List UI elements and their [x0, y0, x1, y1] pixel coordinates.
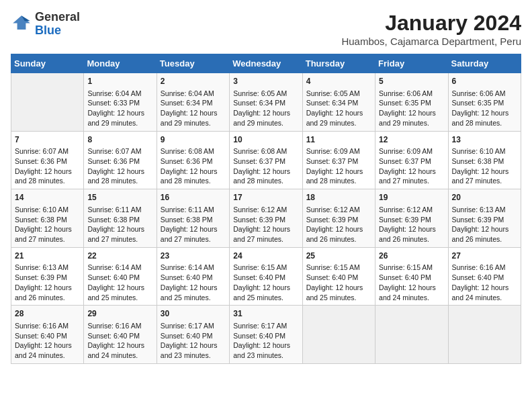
calendar-cell: 28Sunrise: 6:16 AM Sunset: 6:40 PM Dayli…: [11, 306, 84, 364]
day-number: 31: [233, 308, 298, 320]
day-info: Sunrise: 6:10 AM Sunset: 6:38 PM Dayligh…: [452, 146, 517, 186]
calendar-cell: 11Sunrise: 6:09 AM Sunset: 6:37 PM Dayli…: [302, 131, 375, 189]
day-info: Sunrise: 6:04 AM Sunset: 6:33 PM Dayligh…: [87, 89, 152, 128]
day-info: Sunrise: 6:15 AM Sunset: 6:40 PM Dayligh…: [306, 263, 371, 302]
col-header-monday: Monday: [84, 54, 157, 73]
calendar-cell: 14Sunrise: 6:10 AM Sunset: 6:38 PM Dayli…: [11, 189, 84, 248]
calendar-cell: 18Sunrise: 6:12 AM Sunset: 6:39 PM Dayli…: [302, 189, 375, 248]
calendar-week-row: 1Sunrise: 6:04 AM Sunset: 6:33 PM Daylig…: [11, 73, 521, 132]
calendar-cell: 9Sunrise: 6:08 AM Sunset: 6:36 PM Daylig…: [157, 131, 229, 189]
page-header: General Blue January 2024 Huambos, Cajam…: [11, 11, 521, 47]
day-number: 25: [306, 250, 371, 262]
col-header-thursday: Thursday: [302, 54, 375, 73]
day-number: 11: [306, 134, 371, 146]
calendar-cell: 13Sunrise: 6:10 AM Sunset: 6:38 PM Dayli…: [448, 131, 521, 189]
calendar-week-row: 14Sunrise: 6:10 AM Sunset: 6:38 PM Dayli…: [11, 189, 521, 248]
day-number: 5: [379, 76, 444, 87]
logo-blue: Blue: [35, 24, 80, 38]
day-info: Sunrise: 6:09 AM Sunset: 6:37 PM Dayligh…: [379, 146, 444, 186]
day-info: Sunrise: 6:05 AM Sunset: 6:34 PM Dayligh…: [233, 89, 298, 128]
day-info: Sunrise: 6:15 AM Sunset: 6:40 PM Dayligh…: [379, 263, 444, 302]
day-info: Sunrise: 6:14 AM Sunset: 6:40 PM Dayligh…: [161, 263, 226, 302]
calendar-cell: [448, 306, 521, 364]
day-info: Sunrise: 6:16 AM Sunset: 6:40 PM Dayligh…: [15, 321, 80, 361]
day-number: 12: [379, 134, 444, 146]
calendar-cell: 8Sunrise: 6:07 AM Sunset: 6:36 PM Daylig…: [84, 131, 157, 189]
calendar-cell: 27Sunrise: 6:16 AM Sunset: 6:40 PM Dayli…: [448, 247, 521, 306]
col-header-friday: Friday: [375, 54, 448, 73]
calendar-week-row: 7Sunrise: 6:07 AM Sunset: 6:36 PM Daylig…: [11, 131, 521, 189]
day-number: 18: [306, 192, 371, 203]
title-block: January 2024 Huambos, Cajamarca Departme…: [341, 11, 521, 47]
calendar-cell: 1Sunrise: 6:04 AM Sunset: 6:33 PM Daylig…: [84, 73, 157, 132]
day-number: 24: [233, 250, 298, 262]
calendar-cell: 16Sunrise: 6:11 AM Sunset: 6:38 PM Dayli…: [157, 189, 229, 248]
location-subtitle: Huambos, Cajamarca Department, Peru: [341, 36, 521, 47]
col-header-tuesday: Tuesday: [157, 54, 229, 73]
calendar-cell: 3Sunrise: 6:05 AM Sunset: 6:34 PM Daylig…: [230, 73, 302, 132]
day-info: Sunrise: 6:15 AM Sunset: 6:40 PM Dayligh…: [233, 263, 298, 302]
logo-bird-icon: [11, 13, 32, 35]
calendar-cell: 2Sunrise: 6:04 AM Sunset: 6:34 PM Daylig…: [157, 73, 229, 132]
day-info: Sunrise: 6:12 AM Sunset: 6:39 PM Dayligh…: [306, 205, 371, 244]
col-header-wednesday: Wednesday: [230, 54, 302, 73]
day-info: Sunrise: 6:16 AM Sunset: 6:40 PM Dayligh…: [87, 321, 152, 361]
calendar-cell: 29Sunrise: 6:16 AM Sunset: 6:40 PM Dayli…: [84, 306, 157, 364]
day-info: Sunrise: 6:12 AM Sunset: 6:39 PM Dayligh…: [233, 205, 298, 244]
calendar-cell: 15Sunrise: 6:11 AM Sunset: 6:38 PM Dayli…: [84, 189, 157, 248]
day-number: 17: [233, 192, 298, 203]
day-number: 7: [15, 134, 80, 146]
day-info: Sunrise: 6:05 AM Sunset: 6:34 PM Dayligh…: [306, 89, 371, 128]
day-number: 2: [161, 76, 226, 87]
day-info: Sunrise: 6:17 AM Sunset: 6:40 PM Dayligh…: [233, 321, 298, 361]
calendar-cell: 23Sunrise: 6:14 AM Sunset: 6:40 PM Dayli…: [157, 247, 229, 306]
calendar-cell: 30Sunrise: 6:17 AM Sunset: 6:40 PM Dayli…: [157, 306, 229, 364]
calendar-cell: 26Sunrise: 6:15 AM Sunset: 6:40 PM Dayli…: [375, 247, 448, 306]
calendar-cell: 31Sunrise: 6:17 AM Sunset: 6:40 PM Dayli…: [230, 306, 302, 364]
day-number: 9: [161, 134, 226, 146]
day-number: 22: [87, 250, 152, 262]
day-number: 14: [15, 192, 80, 203]
day-info: Sunrise: 6:12 AM Sunset: 6:39 PM Dayligh…: [379, 205, 444, 244]
calendar-cell: 12Sunrise: 6:09 AM Sunset: 6:37 PM Dayli…: [375, 131, 448, 189]
day-number: 19: [379, 192, 444, 203]
day-info: Sunrise: 6:06 AM Sunset: 6:35 PM Dayligh…: [379, 89, 444, 128]
day-info: Sunrise: 6:09 AM Sunset: 6:37 PM Dayligh…: [306, 146, 371, 186]
calendar-cell: 6Sunrise: 6:06 AM Sunset: 6:35 PM Daylig…: [448, 73, 521, 132]
day-number: 1: [87, 76, 152, 87]
calendar-table: SundayMondayTuesdayWednesdayThursdayFrid…: [11, 54, 521, 364]
day-info: Sunrise: 6:07 AM Sunset: 6:36 PM Dayligh…: [87, 146, 152, 186]
day-number: 27: [452, 250, 517, 262]
month-year-title: January 2024: [341, 11, 521, 36]
calendar-week-row: 28Sunrise: 6:16 AM Sunset: 6:40 PM Dayli…: [11, 306, 521, 364]
day-number: 21: [15, 250, 80, 262]
day-info: Sunrise: 6:16 AM Sunset: 6:40 PM Dayligh…: [452, 263, 517, 302]
day-number: 10: [233, 134, 298, 146]
col-header-sunday: Sunday: [11, 54, 84, 73]
calendar-cell: 4Sunrise: 6:05 AM Sunset: 6:34 PM Daylig…: [302, 73, 375, 132]
calendar-cell: [11, 73, 84, 132]
logo: General Blue: [11, 11, 80, 38]
calendar-cell: 24Sunrise: 6:15 AM Sunset: 6:40 PM Dayli…: [230, 247, 302, 306]
day-number: 20: [452, 192, 517, 203]
day-number: 16: [161, 192, 226, 203]
day-number: 6: [452, 76, 517, 87]
logo-general: General: [35, 11, 80, 24]
calendar-week-row: 21Sunrise: 6:13 AM Sunset: 6:39 PM Dayli…: [11, 247, 521, 306]
svg-marker-0: [13, 15, 30, 30]
day-info: Sunrise: 6:06 AM Sunset: 6:35 PM Dayligh…: [452, 89, 517, 128]
calendar-cell: 17Sunrise: 6:12 AM Sunset: 6:39 PM Dayli…: [230, 189, 302, 248]
day-info: Sunrise: 6:13 AM Sunset: 6:39 PM Dayligh…: [452, 205, 517, 244]
day-info: Sunrise: 6:11 AM Sunset: 6:38 PM Dayligh…: [161, 205, 226, 244]
day-number: 23: [161, 250, 226, 262]
day-info: Sunrise: 6:08 AM Sunset: 6:36 PM Dayligh…: [161, 146, 226, 186]
calendar-cell: 10Sunrise: 6:08 AM Sunset: 6:37 PM Dayli…: [230, 131, 302, 189]
day-number: 4: [306, 76, 371, 87]
day-info: Sunrise: 6:04 AM Sunset: 6:34 PM Dayligh…: [161, 89, 226, 128]
calendar-cell: 21Sunrise: 6:13 AM Sunset: 6:39 PM Dayli…: [11, 247, 84, 306]
day-number: 28: [15, 308, 80, 320]
day-number: 8: [87, 134, 152, 146]
day-number: 30: [161, 308, 226, 320]
col-header-saturday: Saturday: [448, 54, 521, 73]
calendar-cell: 20Sunrise: 6:13 AM Sunset: 6:39 PM Dayli…: [448, 189, 521, 248]
